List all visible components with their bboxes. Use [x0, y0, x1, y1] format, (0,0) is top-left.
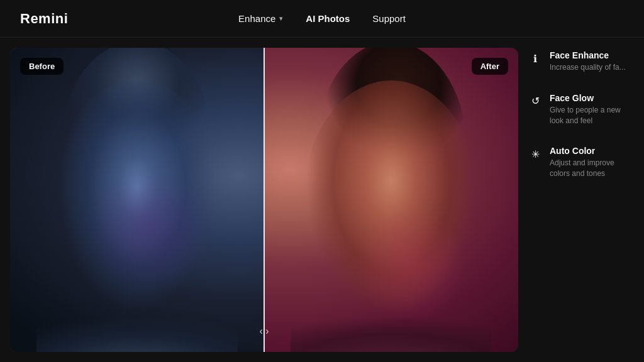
- nav-support[interactable]: Support: [372, 13, 406, 24]
- before-side: [10, 48, 264, 352]
- after-label: After: [472, 58, 508, 75]
- before-label: Before: [20, 58, 64, 75]
- after-side: [264, 48, 518, 352]
- face-glow-text: Face Glow Give to people a new look and …: [550, 93, 634, 126]
- before-shoulders: [36, 264, 238, 352]
- auto-color-title: Auto Color: [550, 146, 634, 156]
- face-enhance-icon: ℹ: [528, 52, 542, 65]
- face-enhance-text: Face Enhance Increase quality of fa...: [550, 50, 626, 73]
- drag-handle[interactable]: ‹ ›: [259, 326, 269, 337]
- nav: Enhance ▾ AI Photos Support: [238, 13, 406, 24]
- face-enhance-desc: Increase quality of fa...: [550, 62, 626, 73]
- auto-color-desc: Adjust and improve colors and tones: [550, 158, 634, 179]
- right-panel: ℹ Face Enhance Increase quality of fa...…: [518, 38, 644, 362]
- panel-item-face-enhance[interactable]: ℹ Face Enhance Increase quality of fa...: [528, 50, 634, 73]
- nav-support-label: Support: [372, 13, 406, 24]
- logo[interactable]: Remini: [20, 11, 68, 27]
- nav-enhance-label: Enhance: [238, 13, 275, 24]
- split-container: Before After ‹ ›: [10, 48, 518, 352]
- nav-ai-photos[interactable]: AI Photos: [306, 13, 350, 24]
- header: Remini Enhance ▾ AI Photos Support: [0, 0, 644, 38]
- panel-item-auto-color[interactable]: ✳ Auto Color Adjust and improve colors a…: [528, 146, 634, 179]
- nav-ai-photos-label: AI Photos: [306, 13, 350, 24]
- panel-item-face-glow[interactable]: ↺ Face Glow Give to people a new look an…: [528, 93, 634, 126]
- nav-enhance[interactable]: Enhance ▾: [238, 13, 283, 24]
- split-divider[interactable]: [264, 48, 265, 352]
- auto-color-icon: ✳: [528, 147, 542, 161]
- face-glow-desc: Give to people a new look and feel: [550, 105, 634, 126]
- after-shoulders: [291, 264, 492, 352]
- image-comparison[interactable]: Before After ‹ ›: [10, 48, 518, 352]
- face-enhance-title: Face Enhance: [550, 50, 626, 60]
- face-glow-icon: ↺: [528, 94, 542, 108]
- auto-color-text: Auto Color Adjust and improve colors and…: [550, 146, 634, 179]
- face-glow-title: Face Glow: [550, 93, 634, 103]
- chevron-down-icon: ▾: [279, 14, 283, 23]
- main-content: Before After ‹ › ℹ Face Enhance Increase…: [0, 38, 644, 362]
